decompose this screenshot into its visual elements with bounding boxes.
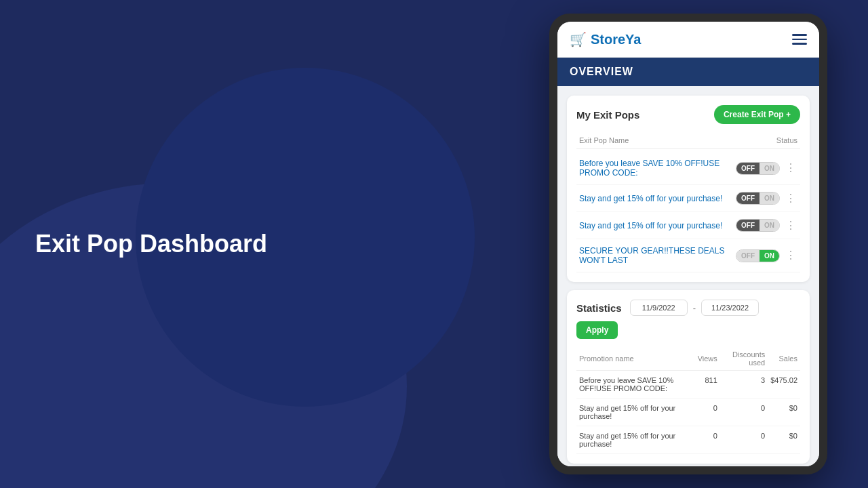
exit-pops-card: My Exit Pops Create Exit Pop + Exit Pop …: [567, 96, 810, 282]
toggle-3-off: OFF: [736, 220, 760, 231]
stats-discounts-2: 0: [720, 399, 768, 426]
stats-row-3: Stay and get 15% off for your purchase! …: [576, 426, 800, 454]
more-menu-4[interactable]: ⋮: [784, 250, 797, 261]
col-header-name: Exit Pop Name: [579, 136, 629, 144]
toggle-2[interactable]: OFF ON: [736, 192, 780, 205]
toggle-1[interactable]: OFF ON: [736, 162, 780, 175]
exit-pop-name-1[interactable]: Before you leave SAVE 10% OFF!USE PROMO …: [579, 159, 736, 178]
stats-row-1: Before you leave SAVE 10% OFF!USE PROMO …: [576, 371, 800, 399]
statistics-card: Statistics - Apply Promotion name Views …: [567, 290, 810, 464]
date-to-input[interactable]: [701, 300, 759, 316]
toggle-1-on: ON: [760, 163, 779, 174]
statistics-title: Statistics: [576, 302, 622, 314]
stats-sales-2: $0: [768, 399, 800, 426]
toggle-4[interactable]: OFF ON: [736, 249, 780, 262]
row-4-right: OFF ON ⋮: [736, 249, 797, 262]
stats-col-sales: Sales: [768, 347, 800, 371]
create-exit-pop-button[interactable]: Create Exit Pop +: [714, 105, 800, 124]
toggle-4-on: ON: [760, 250, 779, 262]
logo-area: 🛒 StoreYa: [570, 31, 641, 47]
row-3-right: OFF ON ⋮: [736, 219, 797, 232]
more-menu-3[interactable]: ⋮: [784, 220, 797, 231]
stats-promo-3: Stay and get 15% off for your purchase!: [576, 426, 695, 454]
stats-discounts-1: 3: [720, 371, 768, 399]
stats-col-views: Views: [695, 347, 720, 371]
exit-pop-row-4: SECURE YOUR GEAR!!THESE DEALS WON'T LAST…: [576, 239, 800, 272]
stats-views-1: 811: [695, 371, 720, 399]
toggle-2-off: OFF: [736, 192, 760, 204]
toggle-2-on: ON: [760, 192, 779, 204]
stats-col-discounts: Discounts used: [720, 347, 768, 371]
exit-pops-table-header: Exit Pop Name Status: [576, 132, 800, 149]
hamburger-menu[interactable]: [792, 34, 807, 45]
stats-promo-2: Stay and get 15% off for your purchase!: [576, 399, 695, 426]
toggle-4-off: OFF: [736, 250, 760, 262]
exit-pop-name-4[interactable]: SECURE YOUR GEAR!!THESE DEALS WON'T LAST: [579, 246, 736, 265]
stats-views-2: 0: [695, 399, 720, 426]
stats-col-promo-name: Promotion name: [576, 347, 695, 371]
exit-pop-name-2[interactable]: Stay and get 15% off for your purchase!: [579, 194, 736, 203]
stats-promo-1: Before you leave SAVE 10% OFF!USE PROMO …: [576, 371, 695, 399]
device-screen: 🛒 StoreYa OVERVIEW My Exit Pops Create E…: [557, 22, 819, 466]
left-content: Exit Pop Dashboard: [35, 230, 267, 258]
row-2-right: OFF ON ⋮: [736, 192, 797, 205]
exit-pops-header-row: My Exit Pops Create Exit Pop +: [576, 105, 800, 124]
overview-banner: OVERVIEW: [557, 58, 819, 86]
hamburger-line-3: [792, 43, 807, 45]
row-1-right: OFF ON ⋮: [736, 162, 797, 175]
date-from-input[interactable]: [630, 300, 688, 316]
stats-table-header-row: Promotion name Views Discounts used Sale…: [576, 347, 800, 371]
stats-row-2: Stay and get 15% off for your purchase! …: [576, 399, 800, 426]
hamburger-line-1: [792, 34, 807, 36]
app-header: 🛒 StoreYa: [557, 22, 819, 58]
stats-sales-1: $475.02: [768, 371, 800, 399]
page-title: Exit Pop Dashboard: [35, 230, 267, 258]
logo-text: StoreYa: [591, 32, 641, 47]
statistics-header-row: Statistics - Apply: [576, 300, 800, 339]
cart-icon: 🛒: [570, 31, 587, 47]
exit-pop-row-3: Stay and get 15% off for your purchase! …: [576, 212, 800, 239]
toggle-3[interactable]: OFF ON: [736, 219, 780, 232]
statistics-table: Promotion name Views Discounts used Sale…: [576, 347, 800, 454]
more-menu-2[interactable]: ⋮: [784, 193, 797, 204]
exit-pop-name-3[interactable]: Stay and get 15% off for your purchase!: [579, 221, 736, 230]
col-header-status: Status: [776, 136, 797, 144]
app-content[interactable]: My Exit Pops Create Exit Pop + Exit Pop …: [557, 86, 819, 466]
hamburger-line-2: [792, 39, 807, 41]
overview-title: OVERVIEW: [570, 66, 633, 77]
toggle-1-off: OFF: [736, 163, 760, 174]
exit-pop-row-2: Stay and get 15% off for your purchase! …: [576, 185, 800, 212]
apply-button[interactable]: Apply: [576, 321, 618, 339]
stats-discounts-3: 0: [720, 426, 768, 454]
toggle-3-on: ON: [760, 220, 779, 231]
date-separator: -: [693, 303, 696, 313]
exit-pops-title: My Exit Pops: [576, 109, 639, 121]
stats-views-3: 0: [695, 426, 720, 454]
stats-sales-3: $0: [768, 426, 800, 454]
device-frame: 🛒 StoreYa OVERVIEW My Exit Pops Create E…: [549, 14, 827, 474]
exit-pop-row-1: Before you leave SAVE 10% OFF!USE PROMO …: [576, 152, 800, 185]
more-menu-1[interactable]: ⋮: [784, 163, 797, 174]
